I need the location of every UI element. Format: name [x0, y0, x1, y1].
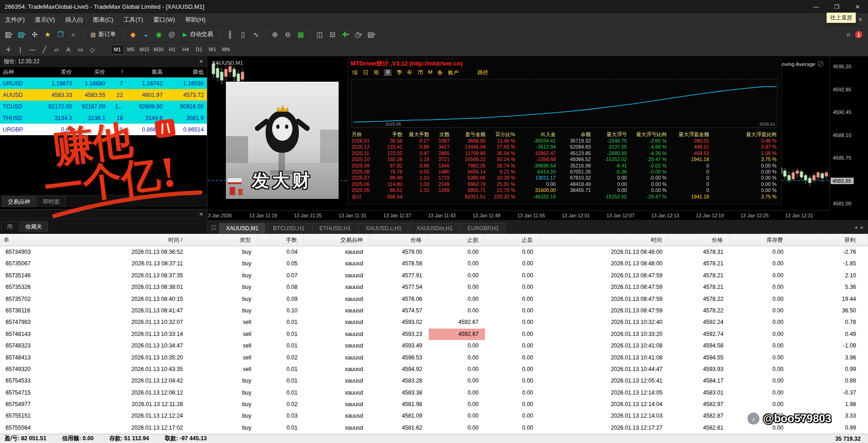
- scroll-right-icon[interactable]: ▸: [861, 224, 863, 230]
- history-row[interactable]: 657361162026.01.13 08:41:47buy0.10xauusd…: [0, 305, 868, 317]
- menu-item[interactable]: 图表(C): [88, 13, 118, 26]
- history-row[interactable]: 657351462026.01.13 08:37:35buy0.07xauusd…: [0, 270, 868, 281]
- history-row[interactable]: 657483232026.01.13 10:34:47sell0.01xauus…: [0, 340, 868, 352]
- market-icon[interactable]: ◉: [153, 29, 165, 41]
- time-axis[interactable]: 13 Jan 202613 Jan 11:1913 Jan 11:2513 Ja…: [207, 210, 829, 220]
- menu-item[interactable]: 显示(V): [30, 13, 60, 26]
- column-header[interactable]: 交易品种: [304, 234, 370, 246]
- chart-window-icon[interactable]: ❐: [55, 29, 67, 41]
- market-watch-row[interactable]: TCUSD92172.0092187.001...92609.0090916.0…: [0, 101, 207, 112]
- history-row[interactable]: 657545332026.01.13 12:04:42buy0.01xauusd…: [0, 375, 868, 387]
- channel-icon[interactable]: ▱: [51, 44, 62, 54]
- menu-item[interactable]: 工具(T): [118, 13, 148, 26]
- notification-badge[interactable]: 1: [855, 31, 862, 38]
- price-axis[interactable]: 4595.204592.854590.454588.104585.754583.…: [829, 56, 868, 210]
- mtdriver-path-label[interactable]: 路径: [478, 69, 488, 76]
- timeframe-m15[interactable]: M15: [138, 45, 151, 54]
- chart-tab-xauusdm-h1[interactable]: XAUUSDm,H1: [409, 223, 460, 233]
- market-watch-tab[interactable]: 即时图: [37, 196, 66, 207]
- candle-chart-icon[interactable]: ▯: [237, 29, 249, 41]
- market-watch-row[interactable]: THUSD3134.33136.1183144.63081.9: [0, 112, 207, 124]
- tile-windows-icon[interactable]: ▦: [295, 29, 307, 41]
- mtdriver-tab[interactable]: 币: [418, 69, 423, 76]
- history-row[interactable]: 657353262026.01.13 08:38:01buy0.08xauusd…: [0, 281, 868, 293]
- mtdriver-tab[interactable]: 备: [437, 69, 443, 76]
- bar-chart-icon[interactable]: ║: [224, 29, 236, 41]
- column-header[interactable]: 止损: [429, 234, 485, 246]
- profiles-icon[interactable]: ▨▾: [16, 29, 28, 41]
- shapes-icon[interactable]: ◇: [87, 44, 98, 54]
- autotrade-button[interactable]: ▶自动交易: [179, 29, 217, 41]
- column-header[interactable]: 获利: [790, 234, 868, 246]
- new-chart-icon[interactable]: ▥▾: [3, 29, 15, 41]
- column-header[interactable]: 单: [0, 234, 46, 246]
- trendline-icon[interactable]: ╱: [39, 44, 50, 54]
- line-chart-icon[interactable]: ∿: [250, 29, 262, 41]
- market-watch-row[interactable]: URGBP0.8690.866660.86514: [0, 124, 207, 135]
- history-row[interactable]: 657479832026.01.13 10:32:07sell0.01xauus…: [0, 317, 868, 328]
- history-row[interactable]: 657484132026.01.13 10:35:20sell0.02xauus…: [0, 352, 868, 364]
- timeframe-w1[interactable]: W1: [206, 45, 219, 54]
- restore-button[interactable]: ❐: [826, 0, 847, 13]
- close-icon[interactable]: ✕: [199, 211, 203, 217]
- mtdriver-tab[interactable]: 周: [373, 69, 379, 76]
- mtdriver-tab[interactable]: M: [428, 69, 433, 76]
- timeframe-h1[interactable]: H1: [166, 45, 179, 54]
- history-row[interactable]: 657493202026.01.13 10:43:35sell0.01xauus…: [0, 364, 868, 375]
- column-header[interactable]: 价格: [669, 234, 730, 246]
- community-icon[interactable]: ◒: [140, 29, 152, 41]
- mtdriver-tab[interactable]: 年: [407, 69, 413, 76]
- label-icon[interactable]: ▭: [75, 44, 86, 54]
- menu-item[interactable]: 窗口(W): [148, 13, 180, 26]
- mtdriver-tab[interactable]: 账户: [448, 69, 459, 76]
- chart-close-icon[interactable]: ✕: [858, 17, 862, 23]
- favorites-icon[interactable]: ★: [42, 29, 54, 41]
- chart-tab-eurgbp-h1[interactable]: EURGBP,H1: [461, 223, 506, 233]
- crosshair-icon[interactable]: ✛: [3, 44, 14, 54]
- mtdriver-tab[interactable]: 季: [397, 69, 402, 76]
- menu-item[interactable]: 文件(F): [0, 13, 30, 26]
- history-row[interactable]: 657547152026.01.13 12:06:12buy0.01xauusd…: [0, 387, 868, 399]
- market-watch-tab[interactable]: 交易品种: [2, 196, 36, 207]
- chart-tab-xauusd-c-h1[interactable]: XAUUSD.c,H1: [358, 223, 408, 233]
- minimize-button[interactable]: —: [806, 0, 826, 13]
- arrange-horizontal-icon[interactable]: ⊟: [327, 29, 339, 41]
- menu-item[interactable]: 插入(I): [60, 13, 88, 26]
- zoom-in-icon[interactable]: ⊕: [269, 29, 281, 41]
- column-header[interactable]: 止盈: [485, 234, 540, 246]
- arrange-vertical-icon[interactable]: ◫: [314, 29, 326, 41]
- mtdriver-tab[interactable]: 月: [384, 69, 392, 76]
- indicators-icon[interactable]: ✚▾: [340, 29, 352, 41]
- new-order-button[interactable]: ▤新订单: [86, 29, 120, 41]
- timeframe-m5[interactable]: M5: [124, 45, 137, 54]
- timeframe-d1[interactable]: D1: [193, 45, 206, 54]
- timeframe-m30[interactable]: M30: [152, 45, 165, 54]
- column-header[interactable]: 手数: [258, 234, 304, 246]
- market-watch-row[interactable]: AUUSD4583.334583.55224601.974573.72: [0, 89, 207, 101]
- horizontal-line-icon[interactable]: ―: [27, 44, 38, 54]
- history-row[interactable]: 657350672026.01.13 08:37:11buy0.05xauusd…: [0, 258, 868, 269]
- vertical-line-icon[interactable]: ❘: [15, 44, 26, 54]
- close-button[interactable]: ✕: [847, 0, 868, 13]
- close-icon[interactable]: ✕: [199, 59, 203, 65]
- toolbox-tab[interactable]: 收藏夹: [19, 221, 48, 232]
- templates-icon[interactable]: ▤▾: [365, 29, 377, 41]
- history-row[interactable]: 657349032026.01.13 08:36:52buy0.04xauusd…: [0, 246, 868, 258]
- column-header[interactable]: 价格: [370, 234, 429, 246]
- menu-item[interactable]: 帮助(H): [180, 13, 211, 26]
- toolbox-tab[interactable]: 用: [1, 221, 18, 232]
- column-header[interactable]: 类型: [189, 234, 258, 246]
- history-row[interactable]: 657481432026.01.13 10:33:14sell0.01xauus…: [0, 329, 868, 340]
- mtdriver-tab[interactable]: 综: [352, 69, 358, 76]
- history-row[interactable]: 657551512026.01.13 12:12:24buy0.03xauusd…: [0, 410, 868, 422]
- history-row[interactable]: 657549772026.01.13 12:11:28buy0.02xauusd…: [0, 399, 868, 410]
- chart-tab-btcusd-h1[interactable]: BTCUSD,H1: [266, 223, 311, 233]
- text-icon[interactable]: A: [63, 44, 74, 54]
- column-header[interactable]: 时间 /: [46, 234, 189, 246]
- crosshair-cursor-icon[interactable]: ✣: [29, 29, 41, 41]
- timeframe-m1[interactable]: M1: [111, 45, 124, 54]
- data-window-icon[interactable]: ⌕: [67, 29, 79, 41]
- periods-icon[interactable]: ◷▾: [352, 29, 364, 41]
- scroll-left-icon[interactable]: ◂: [855, 224, 857, 230]
- search-icon[interactable]: ⌕: [846, 30, 851, 39]
